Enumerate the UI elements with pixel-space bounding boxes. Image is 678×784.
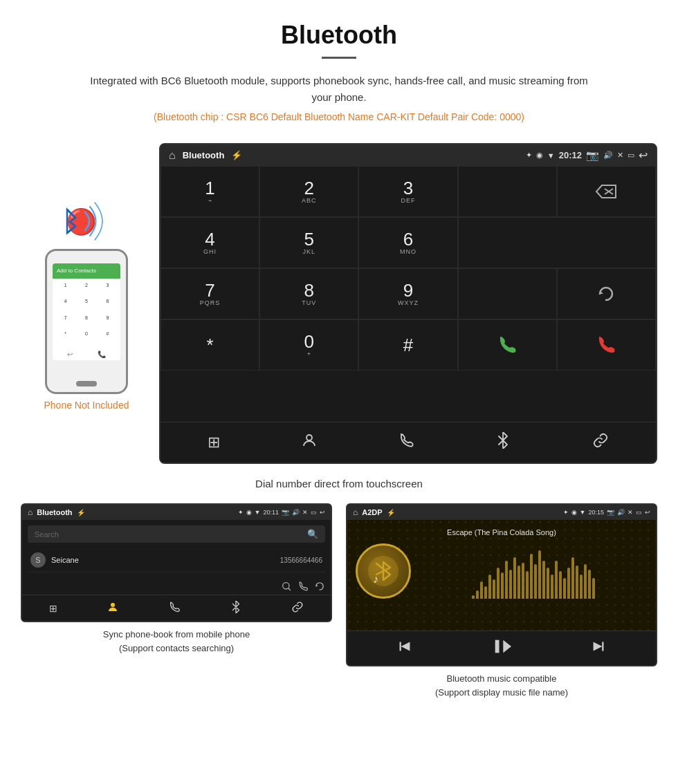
- viz-bar: [571, 557, 574, 599]
- loc-small-icon: ◉: [246, 509, 252, 516]
- phone-key-3: 3: [98, 281, 118, 297]
- dial-refresh-button[interactable]: [557, 268, 656, 319]
- music-note-icon: ♪: [366, 554, 401, 588]
- dial-backspace-button[interactable]: [557, 166, 656, 217]
- music-header-right: ✦ ◉ ▼ 20:15 📷 🔊 ✕ ▭ ↩: [563, 509, 650, 516]
- viz-bar: [526, 571, 529, 599]
- next-icon: [590, 639, 605, 654]
- viz-bar: [563, 578, 566, 599]
- volume-icon: 🔊: [603, 151, 613, 160]
- backspace-icon: [595, 184, 617, 199]
- play-pause-icon: [492, 637, 511, 656]
- viz-bar: [534, 564, 537, 599]
- dial-key-7[interactable]: 7 PQRS: [161, 268, 259, 319]
- phone-key-6: 6: [98, 297, 118, 313]
- svg-point-4: [306, 435, 312, 440]
- link-icon[interactable]: [592, 432, 609, 453]
- usb-small-icon: ⚡: [77, 509, 85, 516]
- svg-marker-12: [401, 642, 410, 651]
- dial-caption: Dial number direct from touchscreen: [0, 478, 678, 489]
- contact-search-bar[interactable]: Search 🔍: [28, 525, 325, 543]
- dial-hangup-button[interactable]: [557, 319, 656, 371]
- viz-bar: [497, 568, 500, 599]
- cam-small-icon: 📷: [282, 509, 289, 516]
- vol-music-icon: 🔊: [617, 509, 625, 516]
- phone-small-icon[interactable]: [168, 601, 181, 615]
- camera-icon: 📷: [586, 149, 599, 162]
- window-icon: ▭: [627, 151, 634, 160]
- home-icon[interactable]: ⌂: [169, 149, 176, 162]
- phone-key-hash: #: [98, 330, 118, 346]
- usb-icon: ⚡: [231, 150, 242, 160]
- phonebook-body: Search 🔍 S Seicane 13566664466: [22, 520, 331, 578]
- phone-outline-icon: [398, 432, 414, 449]
- phone-key-9: 9: [98, 314, 118, 330]
- bt-small-icon: ✦: [238, 509, 244, 516]
- next-track-button[interactable]: [590, 639, 605, 657]
- viz-bar: [517, 566, 520, 599]
- call-side-icon[interactable]: [297, 581, 309, 592]
- home-small-icon[interactable]: ⌂: [28, 507, 33, 517]
- dial-key-6[interactable]: 6 MNO: [358, 217, 457, 268]
- phonebook-bottom-nav: ⊞: [22, 595, 331, 621]
- back-small-icon[interactable]: ↩: [320, 509, 325, 516]
- music-caption: Bluetooth music compatible (Support disp…: [435, 672, 568, 699]
- link-small-icon[interactable]: [291, 601, 304, 615]
- bt-signal-area: 🔴: [21, 197, 152, 245]
- grid-icon[interactable]: ⊞: [208, 433, 220, 451]
- viz-bar: [567, 568, 570, 599]
- refresh-side-icon[interactable]: [314, 581, 325, 592]
- contacts-icon[interactable]: [301, 432, 318, 453]
- play-pause-button[interactable]: [492, 637, 511, 660]
- viz-bar: [505, 561, 508, 599]
- dial-key-1[interactable]: 1 ⌁: [161, 166, 259, 217]
- music-album-art: ♪: [356, 543, 411, 599]
- dial-call-button[interactable]: [458, 319, 557, 371]
- dial-key-5[interactable]: 5 JKL: [259, 217, 358, 268]
- dial-screen-header: ⌂ Bluetooth ⚡ ✦ ◉ ▼ 20:12 📷 🔊 ✕ ▭ ↩: [161, 144, 656, 166]
- phonebook-time: 20:11: [263, 509, 279, 516]
- viz-bar: [472, 595, 475, 599]
- viz-bar: [584, 564, 587, 599]
- close-small-icon: ✕: [302, 509, 308, 516]
- back-icon[interactable]: ↩: [639, 149, 648, 162]
- page-description: Integrated with BC6 Bluetooth module, su…: [80, 73, 598, 106]
- music-time: 20:15: [588, 509, 604, 516]
- search-side-icon[interactable]: [281, 581, 292, 592]
- phone-home-button: [76, 381, 97, 386]
- viz-bar: [522, 563, 524, 599]
- phonebook-screen: ⌂ Bluetooth ⚡ ✦ ◉ ▼ 20:11 📷 🔊 ✕ ▭ ↩: [21, 503, 332, 622]
- dial-key-4[interactable]: 4 GHI: [161, 217, 259, 268]
- home-music-icon[interactable]: ⌂: [353, 507, 358, 517]
- music-title: A2DP: [362, 508, 382, 516]
- dial-key-hash[interactable]: #: [358, 319, 457, 371]
- dial-header-left: ⌂ Bluetooth ⚡: [169, 149, 242, 162]
- dial-key-3[interactable]: 3 DEF: [358, 166, 457, 217]
- viz-bar: [588, 570, 591, 599]
- dial-key-star[interactable]: *: [161, 319, 259, 371]
- person-small-icon[interactable]: [107, 601, 119, 615]
- dial-key-8[interactable]: 8 TUV: [259, 268, 358, 319]
- viz-bar: [551, 575, 553, 599]
- phone-call-icon: 📞: [98, 351, 106, 358]
- dial-bottom-nav: ⊞: [161, 422, 656, 463]
- dial-key-9[interactable]: 9 WXYZ: [358, 268, 457, 319]
- win-small-icon: ▭: [311, 509, 317, 516]
- back-music-icon[interactable]: ↩: [645, 509, 650, 516]
- phone-screen-content: 1 2 3 4 5 6 7 8 9 * 0 #: [53, 279, 120, 348]
- phonebook-header-right: ✦ ◉ ▼ 20:11 📷 🔊 ✕ ▭ ↩: [238, 509, 325, 516]
- phone-icon[interactable]: [398, 432, 414, 453]
- dial-key-2[interactable]: 2 ABC: [259, 166, 358, 217]
- phonebook-header-left: ⌂ Bluetooth ⚡: [28, 507, 85, 517]
- bt-small-nav-icon[interactable]: [230, 601, 242, 615]
- prev-track-button[interactable]: [398, 639, 413, 657]
- contact-row[interactable]: S Seicane 13566664466: [28, 548, 325, 572]
- viz-bar: [501, 572, 504, 599]
- bt-icon: [495, 432, 511, 449]
- grid-small-icon[interactable]: ⊞: [49, 603, 57, 614]
- bluetooth-icon[interactable]: [495, 432, 511, 453]
- dialpad-grid: 1 ⌁ 2 ABC 3 DEF 4 GHI: [161, 166, 656, 422]
- svg-rect-14: [495, 640, 500, 653]
- dial-key-0[interactable]: 0 +: [259, 319, 358, 371]
- bt-nav-icon: [230, 601, 242, 613]
